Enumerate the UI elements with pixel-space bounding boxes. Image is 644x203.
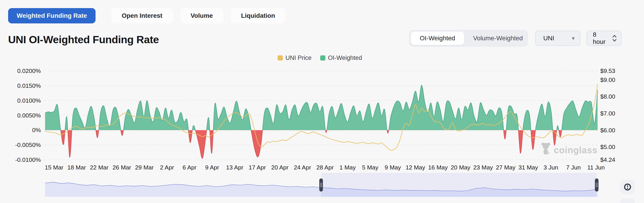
y-left-tick-label: 0%: [32, 127, 41, 133]
tab-volume[interactable]: Volume: [180, 8, 223, 23]
x-tick-label: 3 Jun: [544, 164, 558, 171]
segment-oi-weighted[interactable]: OI-Weighted: [411, 31, 464, 45]
legend-label-uni-price: UNI Price: [286, 54, 312, 61]
x-tick-label: 20 Apr: [271, 164, 289, 171]
y-right-tick-label: $6.00: [600, 127, 615, 134]
segment-volume-weighted[interactable]: Volume-Weighted: [464, 31, 532, 45]
badge-alert-icon: [623, 183, 632, 191]
x-tick-label: 24 Apr: [294, 164, 311, 171]
y-right-tick-label: $7.00: [600, 110, 615, 117]
legend-item-uni-price[interactable]: UNI Price: [278, 54, 312, 61]
y-left-tick-label: -0.0050%: [15, 142, 41, 148]
chart-type-tabs: Weighted Funding Rate Open Interest Volu…: [8, 8, 293, 23]
x-tick-label: 17 Apr: [249, 164, 266, 171]
funding-area-positive: [45, 85, 598, 159]
watermark-text: coinglass: [554, 145, 598, 155]
coinglass-watermark: coinglass: [542, 143, 598, 155]
legend: UNI Price OI-Weighted: [278, 54, 362, 61]
x-tick-label: 16 May: [428, 164, 448, 171]
caret-down-icon: ▾: [572, 35, 574, 41]
x-tick-label: 20 May: [451, 164, 470, 171]
range-navigator[interactable]: [45, 173, 598, 197]
y-right-tick-label: $8.00: [600, 93, 615, 100]
interval-select[interactable]: 8 hour: [586, 31, 622, 46]
camera-button[interactable]: [620, 198, 635, 203]
y-left-tick-label: 0.0200%: [17, 67, 41, 74]
x-tick-label: 13 Apr: [226, 164, 243, 171]
x-tick-label: 29 Mar: [135, 164, 154, 171]
tab-open-interest[interactable]: Open Interest: [111, 8, 172, 23]
x-tick-label: 6 Apr: [182, 164, 196, 171]
y-right-tick-label: $4.24: [600, 156, 615, 163]
navigator-selection[interactable]: [321, 173, 597, 197]
y-right-tick-label: $5.00: [600, 144, 615, 150]
x-tick-label: 2 Apr: [160, 164, 174, 171]
chart-series: [45, 84, 598, 159]
y-left-tick-label: 0.0150%: [17, 82, 41, 89]
funding-rate-page: Weighted Funding Rate Open Interest Volu…: [0, 0, 644, 203]
x-tick-label: 22 Mar: [90, 164, 108, 171]
tab-weighted-funding-rate[interactable]: Weighted Funding Rate: [8, 8, 96, 23]
interval-select-value: 8 hour: [593, 31, 610, 45]
page-title: UNI OI-Weighted Funding Rate: [8, 33, 159, 46]
x-tick-label: 23 May: [474, 164, 493, 171]
symbol-select-value: UNI: [543, 35, 569, 42]
navigator-left-handle[interactable]: [319, 179, 323, 192]
legend-item-oi-weighted[interactable]: OI-Weighted: [320, 54, 362, 61]
x-tick-label: 26 Mar: [112, 164, 131, 171]
funding-rate-chart: coinglass 0.0200%0.0150%0.0100%0.0050%0%…: [0, 65, 644, 203]
y-left-tick-label: -0.0100%: [15, 156, 41, 163]
legend-label-oi-weighted: OI-Weighted: [328, 54, 362, 61]
y-right-tick-label: $9.53: [600, 67, 615, 74]
up-down-chevrons-icon: [612, 34, 617, 42]
coinglass-bull-logo-icon: [542, 143, 550, 155]
x-tick-label: 11 Jun: [587, 164, 605, 171]
symbol-select[interactable]: UNI ▾: [535, 31, 580, 46]
x-tick-label: 31 May: [518, 164, 538, 171]
alert-settings-button[interactable]: [620, 180, 635, 194]
weighting-toggle: OI-Weighted Volume-Weighted: [409, 30, 528, 47]
y-left-tick-label: 0.0100%: [17, 97, 41, 104]
tab-liquidation[interactable]: Liquidation: [231, 8, 286, 23]
x-tick-label: 27 May: [496, 164, 516, 171]
uni-price-swatch-icon: [278, 55, 283, 60]
x-tick-label: 9 May: [385, 164, 401, 171]
x-tick-label: 28 Apr: [316, 164, 334, 171]
oi-weighted-swatch-icon: [320, 55, 326, 60]
x-tick-label: 1 May: [340, 164, 356, 171]
x-tick-label: 7 Jun: [566, 164, 581, 171]
x-tick-label: 5 May: [362, 164, 378, 171]
y-right-tick-label: $9.00: [600, 76, 615, 83]
x-tick-label: 12 May: [406, 164, 426, 171]
x-tick-label: 15 Mar: [45, 164, 64, 171]
navigator-right-handle[interactable]: [595, 179, 598, 192]
y-left-tick-label: 0.0050%: [17, 112, 41, 119]
x-tick-label: 9 Apr: [205, 164, 219, 171]
x-tick-label: 18 Mar: [67, 164, 86, 171]
